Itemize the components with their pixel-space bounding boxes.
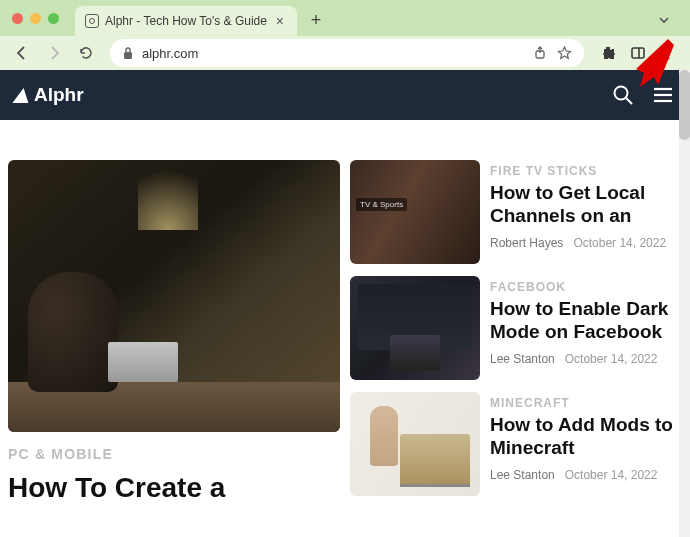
svg-rect-0 xyxy=(124,52,132,59)
article-title[interactable]: How to Enable Dark Mode on Facebook xyxy=(490,298,682,344)
article-author[interactable]: Lee Stanton xyxy=(490,468,555,482)
svg-point-7 xyxy=(615,87,628,100)
reload-button[interactable] xyxy=(72,39,100,67)
tab-strip: Alphr - Tech How To's & Guide × + xyxy=(0,0,690,36)
article-title[interactable]: How to Add Mods to Minecraft xyxy=(490,414,682,460)
browser-tab[interactable]: Alphr - Tech How To's & Guide × xyxy=(75,6,297,36)
article-image[interactable] xyxy=(350,276,480,380)
vertical-scrollbar[interactable] xyxy=(679,70,690,537)
back-button[interactable] xyxy=(8,39,36,67)
new-tab-button[interactable]: + xyxy=(303,7,329,33)
url-text: alphr.com xyxy=(142,46,525,61)
forward-button[interactable] xyxy=(40,39,68,67)
search-button[interactable] xyxy=(610,82,636,108)
article-image[interactable] xyxy=(350,160,480,264)
bookmark-star-icon[interactable] xyxy=(557,46,572,61)
article-author[interactable]: Robert Hayes xyxy=(490,236,563,250)
article-meta: Lee Stanton October 14, 2022 xyxy=(490,352,682,366)
site-logo[interactable]: Alphr xyxy=(14,84,84,106)
hero-title[interactable]: How To Create a xyxy=(8,472,340,504)
scrollbar-thumb[interactable] xyxy=(679,70,690,140)
article-image[interactable] xyxy=(350,392,480,496)
tab-list-dropdown[interactable] xyxy=(652,8,676,32)
svg-point-4 xyxy=(667,47,670,50)
tab-close-button[interactable]: × xyxy=(273,14,287,28)
article-date: October 14, 2022 xyxy=(565,468,658,482)
tab-favicon-icon xyxy=(85,14,99,28)
article-card: MINECRAFT How to Add Mods to Minecraft L… xyxy=(350,392,682,496)
chrome-menu-button[interactable] xyxy=(654,39,682,67)
site-header: Alphr xyxy=(0,70,690,120)
hero-category[interactable]: PC & MOBILE xyxy=(8,446,340,462)
address-bar[interactable]: alphr.com xyxy=(110,39,584,67)
menu-button[interactable] xyxy=(650,82,676,108)
browser-chrome: Alphr - Tech How To's & Guide × + alphr.… xyxy=(0,0,690,70)
article-category[interactable]: FIRE TV STICKS xyxy=(490,164,682,178)
svg-line-8 xyxy=(626,98,632,104)
tab-title: Alphr - Tech How To's & Guide xyxy=(105,14,267,28)
logo-text: Alphr xyxy=(34,84,84,106)
window-controls xyxy=(12,13,59,24)
extensions-button[interactable] xyxy=(594,39,622,67)
hero-column: PC & MOBILE How To Create a xyxy=(8,160,340,529)
header-actions xyxy=(610,82,676,108)
article-card: FACEBOOK How to Enable Dark Mode on Face… xyxy=(350,276,682,380)
window-maximize-button[interactable] xyxy=(48,13,59,24)
logo-mark-icon xyxy=(12,88,31,103)
article-date: October 14, 2022 xyxy=(573,236,666,250)
page-content: PC & MOBILE How To Create a FIRE TV STIC… xyxy=(0,120,690,537)
lock-icon xyxy=(122,46,134,60)
article-list: FIRE TV STICKS How to Get Local Channels… xyxy=(350,160,682,529)
hero-image[interactable] xyxy=(8,160,340,432)
browser-toolbar: alphr.com xyxy=(0,36,690,70)
svg-point-5 xyxy=(667,52,670,55)
svg-rect-2 xyxy=(632,48,644,58)
article-meta: Lee Stanton October 14, 2022 xyxy=(490,468,682,482)
article-meta: Robert Hayes October 14, 2022 xyxy=(490,236,682,250)
article-author[interactable]: Lee Stanton xyxy=(490,352,555,366)
window-close-button[interactable] xyxy=(12,13,23,24)
article-title[interactable]: How to Get Local Channels on an xyxy=(490,182,682,228)
window-minimize-button[interactable] xyxy=(30,13,41,24)
article-card: FIRE TV STICKS How to Get Local Channels… xyxy=(350,160,682,264)
article-category[interactable]: FACEBOOK xyxy=(490,280,682,294)
share-icon[interactable] xyxy=(533,46,547,60)
article-category[interactable]: MINECRAFT xyxy=(490,396,682,410)
sidepanel-button[interactable] xyxy=(624,39,652,67)
svg-point-6 xyxy=(667,57,670,60)
article-date: October 14, 2022 xyxy=(565,352,658,366)
